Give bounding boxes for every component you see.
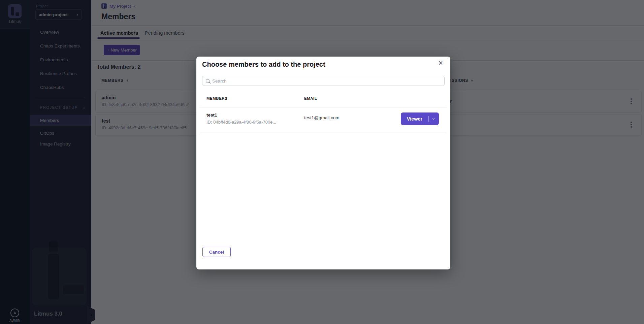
chevron-down-icon[interactable]: › <box>429 116 439 122</box>
close-icon[interactable]: × <box>439 59 443 67</box>
search-icon <box>206 79 210 83</box>
search-box <box>202 76 445 86</box>
role-select-button[interactable]: Viewer › <box>401 112 439 125</box>
add-members-modal: Choose members to add to the project × M… <box>196 57 450 269</box>
search-input[interactable] <box>210 78 444 84</box>
role-select-label: Viewer <box>401 116 428 122</box>
candidate-id: ID: 04bff4d6-a29a-4f80-9f5a-700e... <box>206 120 276 125</box>
candidate-email: test1@gmail.com <box>304 115 340 120</box>
modal-row-divider <box>200 132 447 132</box>
modal-column-members: MEMBERS <box>206 96 227 100</box>
modal-row-divider <box>200 107 447 107</box>
cancel-button[interactable]: Cancel <box>202 247 231 257</box>
candidate-name: test1 <box>206 112 217 118</box>
app-root: Litmus A ADMIN Project admin-project › O… <box>0 0 644 324</box>
modal-title: Choose members to add to the project <box>202 61 325 68</box>
modal-column-email: EMAIL <box>304 96 317 100</box>
